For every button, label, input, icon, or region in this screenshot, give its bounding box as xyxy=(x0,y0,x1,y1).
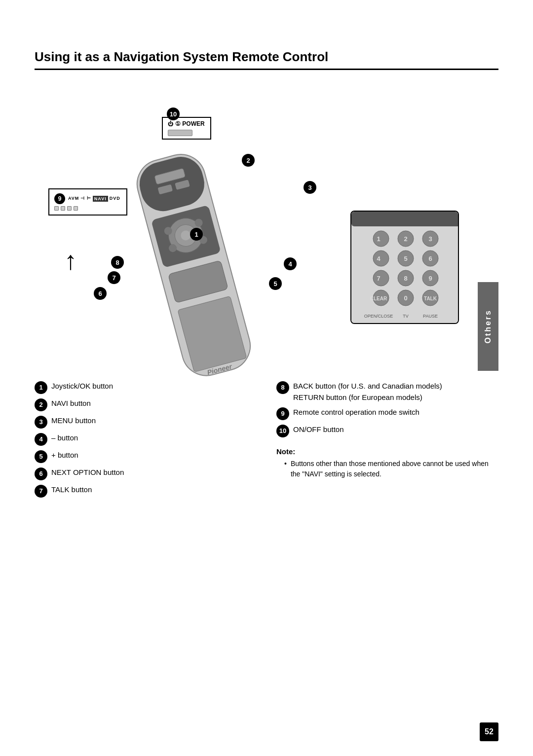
legend-num-5: 5 xyxy=(35,450,47,463)
legend-text-1: Joystick/OK button xyxy=(51,381,113,392)
legend-item-8: 8 BACK button (for U.S. and Canadian mod… xyxy=(276,381,498,403)
legend-text-2: NAVI button xyxy=(51,398,91,409)
legend-num-6: 6 xyxy=(35,468,47,480)
switch-dividers: ⊣ ⊢ xyxy=(80,196,91,202)
legend-num-10: 10 xyxy=(276,425,289,437)
page-container: Using it as a Navigation System Remote C… xyxy=(0,0,533,756)
legend-text-10: ON/OFF button xyxy=(293,424,344,435)
legend-right-col: 8 BACK button (for U.S. and Canadian mod… xyxy=(276,381,498,502)
callout-8: 8 xyxy=(111,256,124,269)
diagram-area: ⏻ ① POWER 10 9 AVM ⊣ ⊢ NAVI DVD xyxy=(35,85,498,371)
legend-text-6: NEXT OPTION button xyxy=(51,467,124,478)
callout-5: 5 xyxy=(269,277,282,290)
note-section: Note: • Buttons other than those mention… xyxy=(276,447,498,479)
others-label: Others xyxy=(484,309,493,344)
avm-label: AVM xyxy=(68,196,79,202)
legend-num-1: 1 xyxy=(35,381,47,394)
callout-6: 6 xyxy=(94,287,107,300)
legend-item-4: 4 – button xyxy=(35,432,257,446)
svg-text:CLEAR: CLEAR xyxy=(370,296,387,301)
callout-9-inline: 9 xyxy=(54,193,65,204)
callout-4: 4 xyxy=(284,257,297,270)
svg-point-21 xyxy=(373,251,389,266)
callout-3: 3 xyxy=(304,181,316,194)
note-item-1: • Buttons other than those mentioned abo… xyxy=(276,459,498,479)
remote-secondary: 1 2 3 4 5 6 7 8 9 CLEAR 0 TALK OPEN/CLOS… xyxy=(350,211,459,324)
svg-text:OPEN/CLOSE: OPEN/CLOSE xyxy=(364,314,393,319)
dot-3 xyxy=(67,206,72,211)
legend-item-10: 10 ON/OFF button xyxy=(276,424,498,437)
legend-text-5: + button xyxy=(51,450,78,461)
svg-text:0: 0 xyxy=(404,294,407,302)
dot-2 xyxy=(61,206,65,211)
power-label: ⏻ ① POWER xyxy=(168,120,205,127)
legend-num-7: 7 xyxy=(35,485,47,498)
note-bullet: • xyxy=(284,459,287,469)
callout-2: 2 xyxy=(242,154,255,167)
svg-text:6: 6 xyxy=(428,255,432,262)
callout-1: 1 xyxy=(190,228,203,241)
svg-text:4: 4 xyxy=(377,255,381,262)
note-title: Note: xyxy=(276,447,498,456)
legend-num-2: 2 xyxy=(35,398,47,411)
legend-num-9: 9 xyxy=(276,407,289,420)
svg-text:9: 9 xyxy=(428,275,432,282)
svg-text:2: 2 xyxy=(404,235,407,243)
svg-text:3: 3 xyxy=(428,235,432,243)
svg-text:TALK: TALK xyxy=(424,296,437,301)
remote-secondary-svg: 1 2 3 4 5 6 7 8 9 CLEAR 0 TALK OPEN/CLOS… xyxy=(351,212,459,324)
callout-7: 7 xyxy=(108,271,120,284)
power-button-shape xyxy=(168,130,192,136)
legend-item-5: 5 + button xyxy=(35,450,257,463)
dot-1 xyxy=(54,206,59,211)
svg-text:TV: TV xyxy=(403,314,409,319)
callout-10: 10 xyxy=(167,108,180,120)
svg-rect-16 xyxy=(351,212,459,324)
legend-item-3: 3 MENU button xyxy=(35,415,257,429)
others-sidebar: Others xyxy=(478,282,498,371)
legend-text-3: MENU button xyxy=(51,415,96,427)
navi-label: NAVI xyxy=(93,196,108,202)
legend-item-7: 7 TALK button xyxy=(35,484,257,498)
svg-point-18 xyxy=(373,231,389,247)
legend-text-7: TALK button xyxy=(51,484,92,496)
svg-text:8: 8 xyxy=(404,275,407,282)
svg-text:5: 5 xyxy=(404,255,407,262)
legend-item-6: 6 NEXT OPTION button xyxy=(35,467,257,480)
svg-text:1: 1 xyxy=(377,235,380,243)
svg-text:7: 7 xyxy=(377,275,380,282)
power-callout-box: ⏻ ① POWER xyxy=(162,117,211,140)
legend-text-4: – button xyxy=(51,432,78,444)
svg-text:PAUSE: PAUSE xyxy=(423,314,438,319)
up-arrow: ↑ xyxy=(64,248,77,273)
note-text-1: Buttons other than those mentioned above… xyxy=(291,459,498,479)
dot-4 xyxy=(74,206,78,211)
legend-num-4: 4 xyxy=(35,433,47,446)
remote-main-svg: Pioneer xyxy=(111,139,279,400)
page-title: Using it as a Navigation System Remote C… xyxy=(35,49,498,70)
legend-num-3: 3 xyxy=(35,416,47,429)
svg-point-24 xyxy=(373,270,389,286)
legend-text-8: BACK button (for U.S. and Canadian model… xyxy=(293,381,442,403)
legend-text-9: Remote control operation mode switch xyxy=(293,407,419,418)
svg-rect-17 xyxy=(351,212,459,226)
legend-item-9: 9 Remote control operation mode switch xyxy=(276,407,498,420)
page-number: 52 xyxy=(480,722,498,741)
